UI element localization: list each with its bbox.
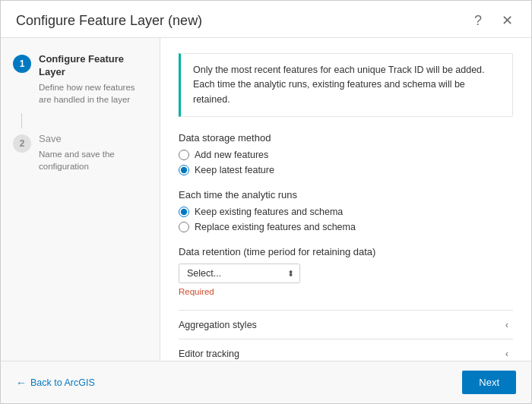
step-1-content: Configure Feature Layer Define how new f… — [39, 53, 147, 106]
radio-keep-latest[interactable]: Keep latest feature — [179, 165, 513, 175]
step-1-title: Configure Feature Layer — [39, 53, 147, 79]
step-2-indicator: 2 — [13, 134, 31, 153]
dialog-title: Configure Feature Layer (new) — [16, 13, 202, 29]
close-button[interactable]: ✕ — [498, 11, 516, 30]
radio-keep-latest-label: Keep latest feature — [195, 165, 274, 175]
radio-replace-existing[interactable]: Replace existing features and schema — [179, 222, 513, 232]
aggregation-styles-title: Aggregation styles — [179, 320, 257, 330]
radio-keep-existing[interactable]: Keep existing features and schema — [179, 207, 513, 217]
step-1-indicator: 1 — [13, 55, 31, 73]
info-text: Only the most recent features for each u… — [193, 63, 500, 107]
radio-add-new[interactable]: Add new features — [179, 150, 513, 160]
sidebar: 1 Configure Feature Layer Define how new… — [1, 38, 160, 361]
sidebar-step-1: 1 Configure Feature Layer Define how new… — [13, 53, 147, 106]
help-button[interactable]: ? — [469, 11, 487, 30]
editor-tracking-title: Editor tracking — [179, 349, 239, 359]
dialog-header: Configure Feature Layer (new) ? ✕ — [1, 1, 531, 38]
analytic-runs-options: Keep existing features and schema Replac… — [179, 207, 513, 232]
radio-keep-existing-label: Keep existing features and schema — [195, 207, 343, 217]
radio-add-new-label: Add new features — [195, 150, 268, 160]
analytic-runs-title: Each time the analytic runs — [179, 189, 513, 200]
aggregation-styles-chevron: ‹ — [505, 319, 508, 330]
back-to-arcgis-link[interactable]: ← Back to ArcGIS — [16, 377, 95, 389]
step-2-title: Save — [39, 133, 147, 146]
header-actions: ? ✕ — [469, 11, 516, 30]
required-text: Required — [179, 287, 513, 296]
retention-label: Data retention (time period for retainin… — [179, 246, 513, 257]
editor-tracking-row[interactable]: Editor tracking ‹ — [179, 339, 513, 361]
radio-replace-existing-input[interactable] — [179, 222, 189, 232]
main-content: 1 Configure Feature Layer Define how new… — [1, 38, 531, 361]
radio-add-new-input[interactable] — [179, 150, 189, 160]
help-icon: ? — [474, 14, 482, 27]
collapsible-sections: Aggregation styles ‹ Editor tracking ‹ — [179, 310, 513, 361]
info-box: Only the most recent features for each u… — [179, 53, 513, 117]
radio-replace-existing-label: Replace existing features and schema — [195, 222, 356, 232]
step-divider — [21, 113, 22, 128]
step-2-content: Save Name and save the configuration — [39, 133, 147, 172]
back-arrow-icon: ← — [16, 377, 27, 389]
data-storage-options: Add new features Keep latest feature — [179, 150, 513, 175]
editor-tracking-chevron: ‹ — [505, 348, 508, 359]
aggregation-styles-row[interactable]: Aggregation styles ‹ — [179, 310, 513, 339]
step-1-desc: Define how new features are handled in t… — [39, 81, 147, 106]
content-area: Only the most recent features for each u… — [160, 38, 531, 361]
back-link-label: Back to ArcGIS — [30, 377, 95, 388]
data-storage-section: Data storage method Add new features Kee… — [179, 132, 513, 175]
retention-select-wrapper: Select... ⬍ — [179, 264, 300, 283]
retention-select[interactable]: Select... — [179, 264, 300, 283]
radio-keep-existing-input[interactable] — [179, 207, 189, 217]
close-icon: ✕ — [502, 14, 513, 27]
next-button[interactable]: Next — [462, 371, 516, 394]
footer: ← Back to ArcGIS Next — [1, 361, 531, 403]
sidebar-step-2: 2 Save Name and save the configuration — [13, 133, 147, 172]
radio-keep-latest-input[interactable] — [179, 165, 189, 175]
step-2-desc: Name and save the configuration — [39, 148, 147, 172]
analytic-runs-section: Each time the analytic runs Keep existin… — [179, 189, 513, 232]
data-retention-section: Data retention (time period for retainin… — [179, 246, 513, 296]
data-storage-title: Data storage method — [179, 132, 513, 144]
